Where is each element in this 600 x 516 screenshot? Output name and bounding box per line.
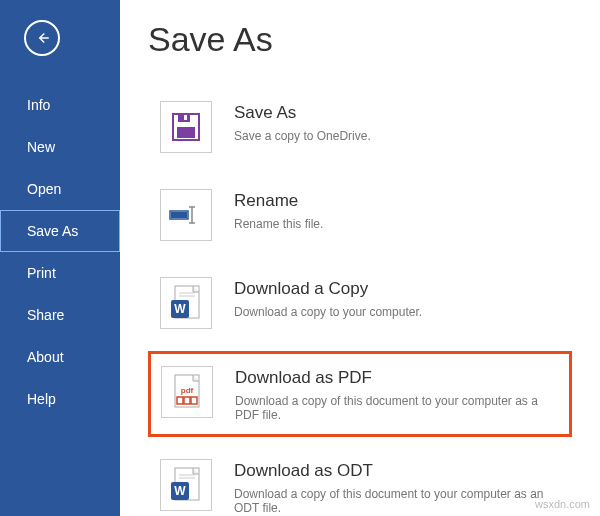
- option-desc: Download a copy of this document to your…: [234, 487, 560, 515]
- sidebar-item-info[interactable]: Info: [0, 84, 120, 126]
- option-text: Download as PDF Download a copy of this …: [235, 366, 559, 422]
- option-desc: Rename this file.: [234, 217, 323, 231]
- svg-text:W: W: [174, 302, 186, 316]
- option-download-pdf[interactable]: pdf Download as PDF Download a copy of t…: [148, 351, 572, 437]
- sidebar-item-label: Save As: [27, 223, 78, 239]
- svg-text:pdf: pdf: [181, 386, 194, 395]
- sidebar-item-new[interactable]: New: [0, 126, 120, 168]
- back-button[interactable]: [24, 20, 60, 56]
- option-title: Save As: [234, 103, 371, 123]
- option-desc: Download a copy to your computer.: [234, 305, 422, 319]
- option-text: Download a Copy Download a copy to your …: [234, 277, 422, 319]
- sidebar-item-label: New: [27, 139, 55, 155]
- option-download-copy[interactable]: W Download a Copy Download a copy to you…: [148, 263, 572, 343]
- option-rename[interactable]: Rename Rename this file.: [148, 175, 572, 255]
- option-desc: Save a copy to OneDrive.: [234, 129, 371, 143]
- sidebar-item-label: About: [27, 349, 64, 365]
- svg-rect-3: [184, 115, 187, 120]
- option-title: Download as PDF: [235, 368, 559, 388]
- odt-doc-icon: W: [160, 459, 212, 511]
- option-text: Download as ODT Download a copy of this …: [234, 459, 560, 515]
- sidebar-item-help[interactable]: Help: [0, 378, 120, 420]
- sidebar-item-open[interactable]: Open: [0, 168, 120, 210]
- option-desc: Download a copy of this document to your…: [235, 394, 559, 422]
- sidebar-item-label: Share: [27, 307, 64, 323]
- sidebar-item-label: Print: [27, 265, 56, 281]
- sidebar-item-print[interactable]: Print: [0, 252, 120, 294]
- option-download-odt[interactable]: W Download as ODT Download a copy of thi…: [148, 445, 572, 516]
- sidebar-item-label: Help: [27, 391, 56, 407]
- svg-rect-5: [171, 212, 187, 218]
- option-title: Download as ODT: [234, 461, 560, 481]
- svg-rect-2: [177, 127, 195, 138]
- sidebar-item-share[interactable]: Share: [0, 294, 120, 336]
- rename-icon: [160, 189, 212, 241]
- svg-text:W: W: [174, 484, 186, 498]
- sidebar-item-about[interactable]: About: [0, 336, 120, 378]
- sidebar: Info New Open Save As Print Share About …: [0, 0, 120, 516]
- main-panel: Save As Save As Save a copy to OneDrive.…: [120, 0, 600, 516]
- option-title: Download a Copy: [234, 279, 422, 299]
- sidebar-item-save-as[interactable]: Save As: [0, 210, 120, 252]
- floppy-icon: [160, 101, 212, 153]
- word-doc-icon: W: [160, 277, 212, 329]
- option-title: Rename: [234, 191, 323, 211]
- page-title: Save As: [148, 20, 572, 59]
- option-text: Rename Rename this file.: [234, 189, 323, 231]
- back-arrow-icon: [33, 29, 51, 47]
- sidebar-item-label: Info: [27, 97, 50, 113]
- watermark: wsxdn.com: [535, 498, 590, 510]
- option-text: Save As Save a copy to OneDrive.: [234, 101, 371, 143]
- option-save-as[interactable]: Save As Save a copy to OneDrive.: [148, 87, 572, 167]
- pdf-doc-icon: pdf: [161, 366, 213, 418]
- sidebar-item-label: Open: [27, 181, 61, 197]
